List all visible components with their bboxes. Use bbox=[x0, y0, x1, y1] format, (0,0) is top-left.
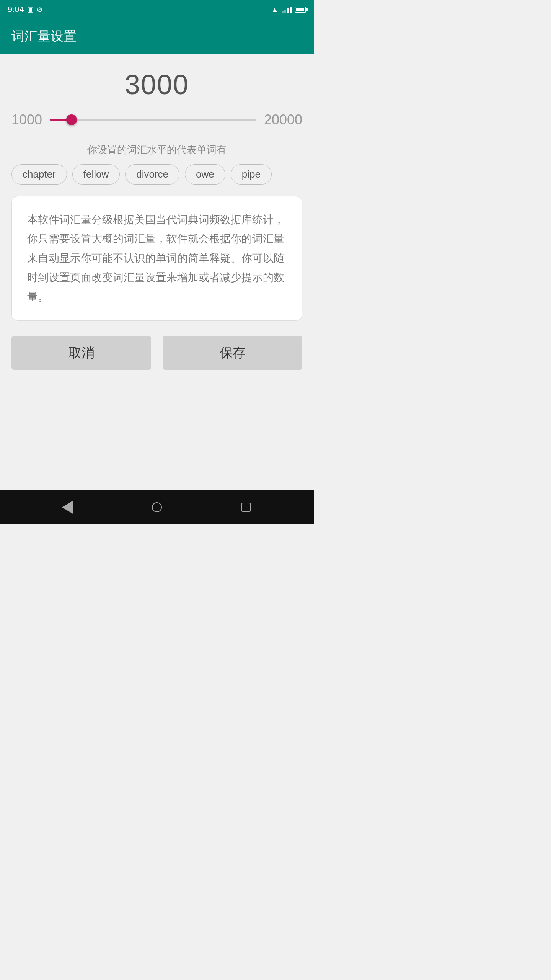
vocab-count-display: 3000 bbox=[125, 69, 189, 100]
bottom-nav bbox=[0, 490, 314, 524]
info-box: 本软件词汇量分级根据美国当代词典词频数据库统计，你只需要设置大概的词汇量，软件就… bbox=[11, 196, 302, 321]
app-bar-title: 词汇量设置 bbox=[11, 28, 77, 45]
desc-label: 你设置的词汇水平的代表单词有 bbox=[87, 143, 227, 157]
signal-icon bbox=[282, 6, 292, 13]
wifi-icon: ▲ bbox=[271, 5, 279, 14]
sim-icon: ▣ bbox=[27, 5, 34, 14]
word-tag-chapter[interactable]: chapter bbox=[11, 164, 67, 185]
word-tag-pipe[interactable]: pipe bbox=[231, 164, 272, 185]
home-icon bbox=[152, 502, 162, 512]
nav-recent-button[interactable] bbox=[236, 498, 256, 517]
slider-max-label: 20000 bbox=[264, 112, 302, 128]
dnd-icon: ⊘ bbox=[37, 5, 42, 14]
slider-min-label: 1000 bbox=[11, 112, 42, 128]
word-tag-owe[interactable]: owe bbox=[185, 164, 225, 185]
status-bar-left: 9:04 ▣ ⊘ bbox=[8, 5, 42, 15]
recent-icon bbox=[241, 503, 251, 512]
status-time: 9:04 bbox=[8, 5, 24, 15]
save-button[interactable]: 保存 bbox=[163, 336, 302, 370]
status-bar-right: ▲ bbox=[271, 5, 306, 14]
nav-home-button[interactable] bbox=[147, 498, 166, 517]
slider-wrapper[interactable] bbox=[50, 116, 256, 124]
main-content: 3000 1000 20000 你设置的词汇水平的代表单词有 chapter f… bbox=[0, 54, 314, 490]
nav-back-button[interactable] bbox=[58, 498, 77, 517]
back-icon bbox=[62, 500, 73, 514]
info-box-text: 本软件词汇量分级根据美国当代词典词频数据库统计，你只需要设置大概的词汇量，软件就… bbox=[27, 210, 287, 307]
app-bar: 词汇量设置 bbox=[0, 19, 314, 54]
word-tag-fellow[interactable]: fellow bbox=[72, 164, 120, 185]
battery-icon bbox=[295, 7, 306, 13]
status-bar: 9:04 ▣ ⊘ ▲ bbox=[0, 0, 314, 19]
cancel-button[interactable]: 取消 bbox=[11, 336, 151, 370]
buttons-row: 取消 保存 bbox=[11, 336, 302, 370]
slider-section: 1000 20000 bbox=[11, 112, 302, 128]
word-tags-container: chapter fellow divorce owe pipe bbox=[11, 164, 302, 185]
word-tag-divorce[interactable]: divorce bbox=[125, 164, 179, 185]
